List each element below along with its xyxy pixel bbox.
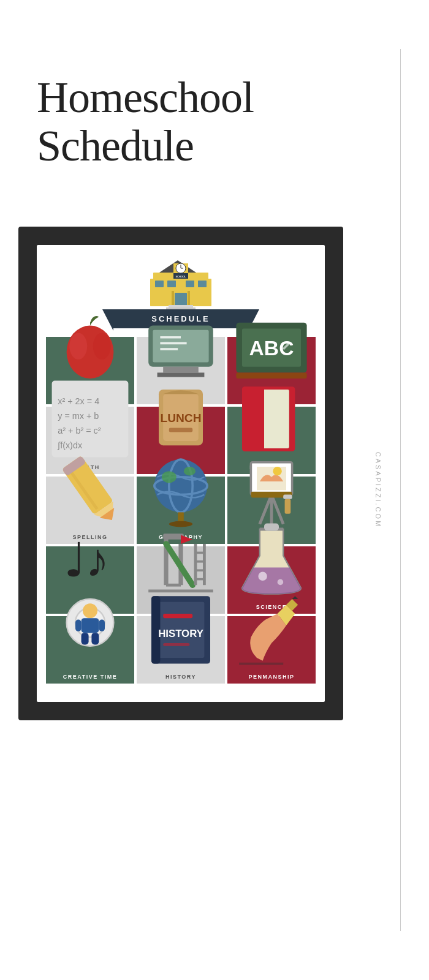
svg-point-54 — [184, 467, 196, 475]
schedule-grid: SNACK COMPUTER ABC GRAMMAR x² + 2x = 4 y… — [46, 337, 316, 684]
svg-rect-88 — [82, 633, 89, 644]
cell-label: CREATIVE TIME — [63, 674, 117, 680]
svg-rect-14 — [172, 291, 174, 306]
writing-icon — [227, 584, 316, 673]
svg-rect-81 — [264, 523, 279, 530]
svg-rect-87 — [99, 620, 105, 631]
svg-rect-26 — [163, 367, 199, 373]
svg-text:LUNCH: LUNCH — [160, 412, 201, 424]
svg-rect-93 — [163, 614, 192, 618]
svg-rect-22 — [153, 330, 208, 363]
svg-text:a² + b² = c²: a² + b² = c² — [58, 426, 101, 435]
svg-marker-78 — [181, 535, 192, 544]
svg-rect-86 — [75, 620, 82, 631]
svg-point-79 — [258, 572, 267, 581]
svg-rect-89 — [91, 633, 99, 644]
svg-text:ABC: ABC — [249, 337, 294, 360]
schedule-frame: SCHOOL SCHEDULE SNACK COMPUTE — [18, 227, 343, 720]
decorative-line — [400, 49, 401, 931]
page-title: Homeschool Schedule — [37, 74, 254, 170]
svg-rect-69 — [163, 533, 184, 540]
svg-point-53 — [162, 471, 177, 483]
svg-rect-10 — [198, 281, 207, 287]
svg-rect-44 — [242, 386, 263, 451]
historybook-icon: HISTORY — [137, 584, 225, 673]
cell-label: PENMANSHIP — [248, 674, 294, 680]
svg-rect-85 — [82, 618, 99, 633]
svg-text:y = mx + b: y = mx + b — [58, 411, 99, 421]
svg-point-20 — [93, 333, 111, 360]
svg-rect-65 — [285, 499, 291, 514]
svg-point-63 — [273, 467, 281, 475]
svg-rect-95 — [163, 643, 189, 646]
svg-rect-11 — [175, 293, 187, 306]
svg-rect-9 — [186, 281, 194, 287]
svg-rect-7 — [155, 281, 164, 287]
svg-point-50 — [154, 459, 207, 512]
svg-text:♩♪: ♩♪ — [64, 533, 109, 586]
svg-text:HISTORY: HISTORY — [158, 628, 203, 639]
svg-text:x² + 2x = 4: x² + 2x = 4 — [58, 396, 99, 406]
lego-icon — [46, 584, 134, 673]
school-building-icon: SCHOOL — [144, 257, 218, 309]
cell-history: HISTORY HISTORY — [137, 616, 225, 684]
svg-rect-64 — [283, 495, 292, 499]
schedule-card: SCHOOL SCHEDULE SNACK COMPUTE — [37, 245, 325, 702]
cell-label: HISTORY — [165, 674, 196, 680]
svg-text:SCHOOL: SCHOOL — [175, 275, 186, 278]
svg-rect-8 — [167, 281, 176, 287]
cell-penmanship: PENMANSHIP — [227, 616, 316, 684]
svg-point-84 — [83, 603, 97, 618]
svg-rect-40 — [169, 428, 192, 432]
svg-rect-15 — [188, 291, 190, 306]
cell-creative-time: CREATIVE TIME — [46, 616, 134, 684]
brand-text: CASAPIZZI.COM — [375, 452, 382, 529]
svg-point-19 — [69, 333, 87, 360]
